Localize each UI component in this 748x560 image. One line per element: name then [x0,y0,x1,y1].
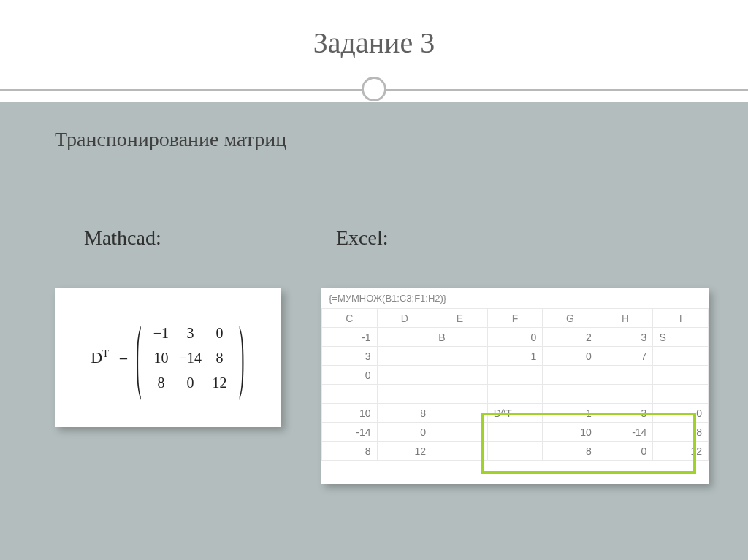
table-row: 3 1 0 7 [322,347,709,366]
formula-bar: {=МУМНОЖ(B1:C3;F1:H2)} [321,288,709,308]
cell [432,347,488,366]
cell [653,385,709,404]
cell [432,442,488,461]
equals-sign: = [119,348,128,367]
slide-title: Задание 3 [0,0,748,60]
cell: 3 [598,404,653,423]
cell: D^T [487,404,543,423]
symbol-t: T [102,348,109,359]
matrix-cell: −14 [175,345,205,370]
col-header: F [487,309,543,328]
matrix-cell: 0 [205,321,234,345]
header-area: Задание 3 [0,0,748,102]
cell: 7 [598,347,653,366]
cell [377,328,432,347]
slide: Задание 3 Транспонирование матриц Mathca… [0,0,748,560]
table-row [322,385,709,404]
cell: 1 [487,347,543,366]
cell: B [432,328,488,347]
col-header: D [377,309,432,328]
mathcad-panel: DT = ( −1 3 0 10 −14 8 8 0 12 ) [55,288,281,427]
matrix-cell: −1 [146,321,175,345]
cell: -1 [322,328,378,347]
cell: 12 [377,442,432,461]
matrix-cell: 8 [146,370,175,395]
cell: 3 [322,347,378,366]
cell [598,366,653,385]
matrix-cell: 12 [205,370,234,395]
cell [487,423,543,442]
cell: 8 [543,442,598,461]
body-area: Транспонирование матриц Mathcad: Excel: … [0,102,748,560]
matrix-grid: −1 3 0 10 −14 8 8 0 12 [146,321,234,395]
cell [598,385,653,404]
cell [432,385,488,404]
cell: S [653,328,709,347]
col-header: G [543,309,598,328]
cell: -14 [598,423,653,442]
cell: -14 [322,423,378,442]
cell: 0 [543,347,598,366]
cell: 0 [322,366,378,385]
cell: 0 [653,404,709,423]
label-mathcad: Mathcad: [84,226,161,250]
cell: 8 [377,404,432,423]
cell [487,366,543,385]
cell [432,366,488,385]
cell [543,366,598,385]
matrix-cell: 8 [205,345,234,370]
cell [432,404,488,423]
table-row: 0 [322,366,709,385]
cell [432,423,488,442]
cell [653,366,709,385]
matrix-symbol: DT [91,348,108,367]
cell [377,385,432,404]
matrix-cell: 3 [175,321,205,345]
matrix-cell: 0 [175,370,205,395]
excel-grid: C D E F G H I -1 B 0 2 3 S [321,308,709,461]
cell [377,347,432,366]
cell: 0 [377,423,432,442]
table-row: -1 B 0 2 3 S [322,328,709,347]
subtitle: Транспонирование матриц [55,128,286,151]
cell [322,385,378,404]
cell [543,385,598,404]
col-header: H [598,309,653,328]
col-header: I [653,309,709,328]
col-header: E [432,309,488,328]
cell: -1 [543,404,598,423]
cell [653,347,709,366]
label-excel: Excel: [336,226,389,250]
excel-panel: {=МУМНОЖ(B1:C3;F1:H2)} C D E F G H I -1 … [321,288,709,484]
cell: 0 [598,442,653,461]
cell: 12 [653,442,709,461]
circle-decoration-icon [362,77,386,101]
mathcad-equation: DT = ( −1 3 0 10 −14 8 8 0 12 ) [91,321,245,395]
cell [487,385,543,404]
excel-header-row: C D E F G H I [322,309,709,328]
table-row: 8 12 8 0 12 [322,442,709,461]
cell: 0 [487,328,543,347]
cell: 10 [322,404,378,423]
table-row: -14 0 10 -14 8 [322,423,709,442]
col-header: C [322,309,378,328]
cell: 3 [598,328,653,347]
symbol-d: D [91,348,102,367]
table-row: 10 8 D^T -1 3 0 [322,404,709,423]
cell: 8 [653,423,709,442]
cell: 2 [543,328,598,347]
cell: 8 [322,442,378,461]
matrix-cell: 10 [146,345,175,370]
cell [377,366,432,385]
cell: 10 [543,423,598,442]
cell [487,442,543,461]
